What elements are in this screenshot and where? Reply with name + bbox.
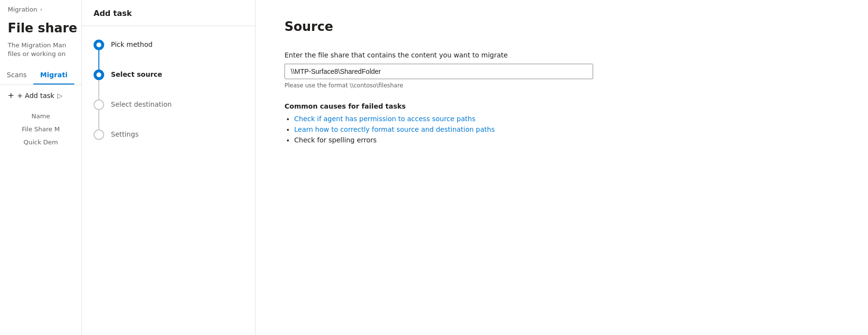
sidebar: Migration › File share The Migration Man… bbox=[0, 0, 82, 335]
causes-list: Check if agent has permission to access … bbox=[285, 115, 839, 144]
wizard-panel: Add task Pick method Select source S bbox=[82, 0, 256, 335]
chevron-icon: › bbox=[40, 6, 42, 13]
sidebar-list: Name File Share M Quick Dem bbox=[0, 106, 81, 335]
common-causes-title: Common causes for failed tasks bbox=[285, 102, 839, 110]
cause-link-1[interactable]: Check if agent has permission to access … bbox=[294, 115, 475, 123]
form-label: Enter the file share that contains the c… bbox=[285, 51, 839, 59]
page-title: File share bbox=[0, 17, 81, 37]
step-indicator-col-4 bbox=[94, 129, 104, 140]
cause-item-2: Learn how to correctly format source and… bbox=[294, 126, 839, 133]
wizard-title: Add task bbox=[94, 9, 244, 18]
step-circle-4 bbox=[94, 129, 104, 140]
step-label-select-source: Select source bbox=[111, 70, 162, 80]
cause-link-2[interactable]: Learn how to correctly format source and… bbox=[294, 126, 495, 133]
wizard-step-settings: Settings bbox=[94, 129, 244, 140]
step-circle-3 bbox=[94, 99, 104, 110]
step-label-pick-method: Pick method bbox=[111, 40, 152, 50]
wizard-step-select-destination: Select destination bbox=[94, 99, 244, 129]
step-connector-1 bbox=[98, 50, 99, 70]
step-circle-2 bbox=[94, 70, 104, 80]
step-circle-1 bbox=[94, 40, 104, 50]
tab-scans[interactable]: Scans bbox=[0, 66, 33, 84]
source-path-input[interactable] bbox=[285, 64, 593, 79]
breadcrumb: Migration › bbox=[0, 0, 81, 17]
common-causes-section: Common causes for failed tasks Check if … bbox=[285, 102, 839, 144]
plus-icon: + bbox=[8, 91, 14, 100]
cause-item-1: Check if agent has permission to access … bbox=[294, 115, 839, 123]
wizard-step-select-source: Select source bbox=[94, 70, 244, 99]
sidebar-tabs: Scans Migrati bbox=[0, 66, 81, 85]
add-task-label: + Add task bbox=[17, 92, 54, 99]
step-connector-3 bbox=[98, 110, 99, 129]
add-task-button[interactable]: + + Add task ▷ bbox=[0, 85, 81, 106]
step-indicator-col-2 bbox=[94, 70, 104, 99]
source-title: Source bbox=[285, 19, 839, 34]
sidebar-description: The Migration Man files or working on bbox=[0, 37, 81, 62]
wizard-header: Add task bbox=[82, 0, 255, 26]
cause-item-3: Check for spelling errors bbox=[294, 136, 839, 144]
step-connector-2 bbox=[98, 80, 99, 99]
main-content: Source Enter the file share that contain… bbox=[256, 0, 868, 335]
step-indicator-col-1 bbox=[94, 40, 104, 70]
run-icon[interactable]: ▷ bbox=[57, 92, 63, 99]
form-hint: Please use the format \\contoso\fileshar… bbox=[285, 82, 839, 89]
tab-migrations[interactable]: Migrati bbox=[33, 66, 74, 84]
list-item-quickdem: Quick Dem bbox=[0, 136, 81, 149]
cause-text-3: Check for spelling errors bbox=[294, 136, 377, 144]
list-item-name: Name bbox=[0, 110, 81, 123]
step-label-settings: Settings bbox=[111, 129, 138, 140]
list-item-fileshare: File Share M bbox=[0, 123, 81, 136]
wizard-steps: Pick method Select source Select destina… bbox=[82, 26, 255, 154]
wizard-step-pick-method: Pick method bbox=[94, 40, 244, 70]
breadcrumb-link[interactable]: Migration bbox=[8, 6, 37, 13]
step-indicator-col-3 bbox=[94, 99, 104, 129]
step-label-select-destination: Select destination bbox=[111, 99, 172, 110]
